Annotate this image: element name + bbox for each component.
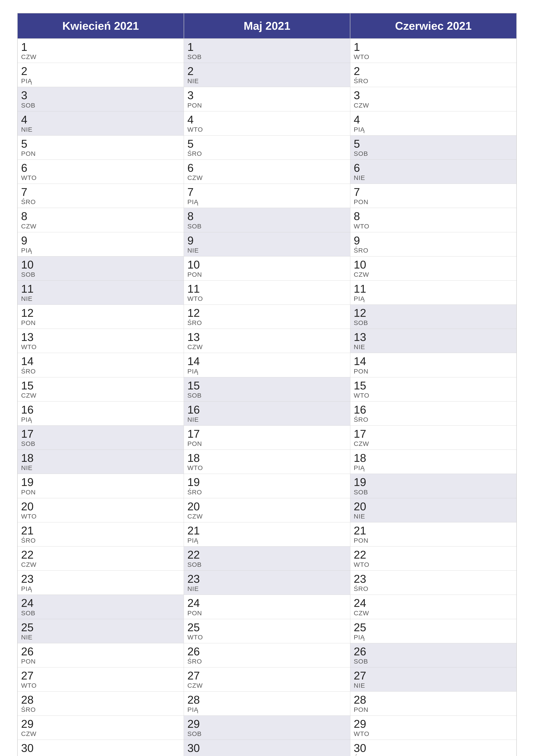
day-name: PIĄ xyxy=(21,247,180,254)
day-number: 3 xyxy=(187,89,347,101)
day-name: SOB xyxy=(354,489,513,496)
day-name: ŚRO xyxy=(187,150,347,157)
day-name: NIE xyxy=(354,682,513,689)
day-name: ŚRO xyxy=(21,537,180,544)
calendar-cell: 15CZW xyxy=(17,377,184,401)
day-name: SOB xyxy=(354,319,513,327)
calendar-cell: 26PON xyxy=(17,643,184,667)
day-name: CZW xyxy=(354,609,513,617)
day-name: SOB xyxy=(187,392,347,399)
calendar-cell: 23NIE xyxy=(184,571,350,595)
calendar-cell: 23PIĄ xyxy=(17,571,184,595)
day-number: 18 xyxy=(354,452,513,464)
calendar-cell: 10PON xyxy=(184,256,350,281)
calendar-cell: 20WTO xyxy=(17,498,184,522)
calendar-cell: 9NIE xyxy=(184,232,350,256)
day-number: 19 xyxy=(187,476,347,488)
day-number: 19 xyxy=(21,476,180,488)
day-number: 27 xyxy=(21,670,180,682)
day-name: PON xyxy=(21,319,180,327)
calendar-row: 20WTO20CZW20NIE xyxy=(17,498,517,522)
day-name: CZW xyxy=(187,513,347,520)
calendar-cell: 24SOB xyxy=(17,595,184,619)
day-name: ŚRO xyxy=(354,585,513,592)
month-header-may: Maj 2021 xyxy=(184,13,350,39)
calendar-cell: 25WTO xyxy=(184,619,350,643)
day-name: PIĄ xyxy=(187,198,347,205)
calendar-cell: 4PIĄ xyxy=(350,111,517,135)
day-name: NIE xyxy=(354,513,513,520)
day-name: PIĄ xyxy=(21,754,180,756)
day-number: 3 xyxy=(21,89,180,101)
day-name: PON xyxy=(21,658,180,665)
calendar-cell: 14PIĄ xyxy=(184,353,350,377)
day-name: SOB xyxy=(187,561,347,568)
calendar-cell: 13CZW xyxy=(184,329,350,353)
calendar-row: 19PON19ŚRO19SOB xyxy=(17,474,517,498)
calendar-cell: 20NIE xyxy=(350,498,517,522)
calendar-cell: 2PIĄ xyxy=(17,63,184,87)
calendar-row: 30PIĄ30NIE30ŚRO xyxy=(17,740,517,756)
calendar-cell: 16ŚRO xyxy=(350,401,517,425)
day-number: 16 xyxy=(21,404,180,416)
month-header-april: Kwiecień 2021 xyxy=(17,13,184,39)
day-number: 6 xyxy=(187,162,347,174)
day-number: 20 xyxy=(187,500,347,513)
day-name: PON xyxy=(354,706,513,713)
calendar-cell: 29WTO xyxy=(350,716,517,740)
calendar-cell: 28PON xyxy=(350,691,517,716)
calendar-row: 27WTO27CZW27NIE xyxy=(17,667,517,691)
calendar-row: 17SOB17PON17CZW xyxy=(17,426,517,450)
day-name: PIĄ xyxy=(21,77,180,85)
day-name: WTO xyxy=(354,730,513,738)
calendar-cell: 8WTO xyxy=(350,208,517,232)
day-number: 10 xyxy=(187,258,347,271)
calendar-cell: 6WTO xyxy=(17,159,184,184)
calendar-cell: 30ŚRO xyxy=(350,740,517,756)
day-name: PON xyxy=(187,440,347,447)
calendar-row: 3SOB3PON3CZW xyxy=(17,87,517,111)
calendar-row: 21ŚRO21PIĄ21PON xyxy=(17,522,517,546)
day-number: 28 xyxy=(187,694,347,706)
calendar-cell: 7ŚRO xyxy=(17,184,184,208)
day-number: 8 xyxy=(21,210,180,222)
calendar-cell: 1WTO xyxy=(350,39,517,63)
calendar-cell: 25PIĄ xyxy=(350,619,517,643)
day-number: 17 xyxy=(354,428,513,440)
day-name: CZW xyxy=(21,223,180,230)
day-number: 9 xyxy=(21,234,180,247)
day-name: ŚRO xyxy=(187,658,347,665)
day-name: PON xyxy=(187,271,347,278)
day-name: CZW xyxy=(354,271,513,278)
day-name: SOB xyxy=(354,150,513,157)
calendar-cell: 28PIĄ xyxy=(184,691,350,716)
day-name: PIĄ xyxy=(354,464,513,472)
calendar-cell: 26ŚRO xyxy=(184,643,350,667)
day-name: NIE xyxy=(187,416,347,423)
day-number: 30 xyxy=(187,742,347,754)
day-name: ŚRO xyxy=(187,319,347,327)
day-name: SOB xyxy=(187,53,347,61)
calendar-row: 7ŚRO7PIĄ7PON xyxy=(17,184,517,208)
calendar-cell: 24CZW xyxy=(350,595,517,619)
calendar-cell: 22WTO xyxy=(350,546,517,570)
day-name: WTO xyxy=(187,295,347,302)
calendar-row: 29CZW29SOB29WTO xyxy=(17,716,517,740)
day-number: 26 xyxy=(187,645,347,658)
calendar-cell: 11WTO xyxy=(184,281,350,305)
day-name: PON xyxy=(187,609,347,617)
day-number: 27 xyxy=(354,670,513,682)
calendar-cell: 1SOB xyxy=(184,39,350,63)
day-number: 23 xyxy=(187,573,347,585)
day-number: 25 xyxy=(21,621,180,634)
day-name: WTO xyxy=(354,223,513,230)
calendar-cell: 24PON xyxy=(184,595,350,619)
day-number: 22 xyxy=(187,549,347,561)
calendar-row: 25NIE25WTO25PIĄ xyxy=(17,619,517,643)
day-name: NIE xyxy=(354,174,513,181)
calendar-row: 28ŚRO28PIĄ28PON xyxy=(17,691,517,716)
day-number: 23 xyxy=(354,573,513,585)
day-number: 27 xyxy=(187,670,347,682)
day-name: NIE xyxy=(21,126,180,133)
calendar-cell: 29CZW xyxy=(17,716,184,740)
